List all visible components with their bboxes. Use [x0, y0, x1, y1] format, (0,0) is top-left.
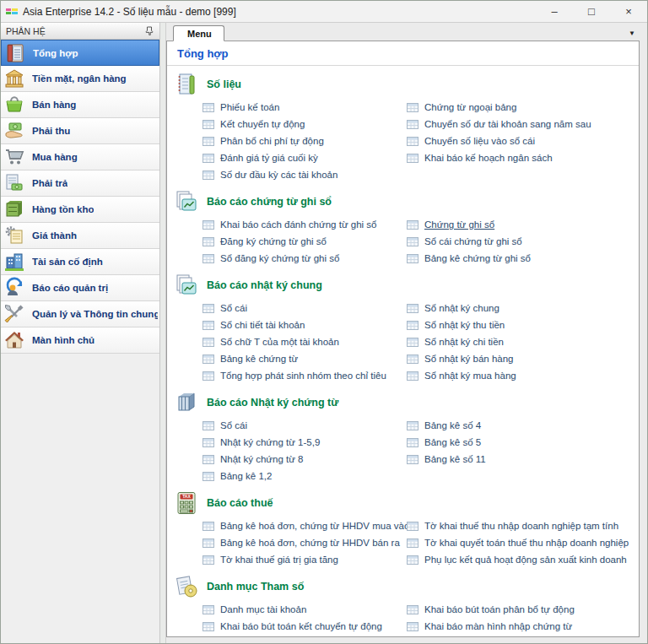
menu-item[interactable]: Bảng kê số 4: [407, 417, 639, 434]
close-icon[interactable]: ×: [610, 1, 647, 22]
menu-item[interactable]: Khai báo cách đánh chứng từ ghi sổ: [202, 216, 407, 233]
grid-icon: [202, 103, 214, 112]
sidebar-item-7[interactable]: Hàng tồn kho: [1, 197, 159, 223]
menu-item[interactable]: Số dư đầu kỳ các tài khoản: [202, 166, 407, 183]
sidebar-item-list: Tổng hợpTiền mặt, ngân hàngBán hàngPhải …: [1, 40, 159, 354]
menu-item[interactable]: Bảng kê chứng từ: [202, 350, 407, 367]
section-columns: Sổ cáiSổ chi tiết tài khoảnSổ chữ T của …: [167, 300, 639, 384]
sidebar-item-5[interactable]: Mua hàng: [1, 144, 159, 170]
menu-item[interactable]: Sổ nhật ký chung: [407, 300, 639, 317]
menu-item[interactable]: Khai báo bút toán phân bổ tự động: [407, 601, 639, 618]
menu-item[interactable]: Bảng kê số 11: [407, 451, 639, 468]
menu-item[interactable]: Sổ cái: [202, 417, 407, 434]
section-header: TAXBáo cáo thuế: [167, 490, 639, 516]
grid-icon: [202, 421, 214, 430]
menu-item[interactable]: Phiếu kế toán: [202, 99, 407, 116]
menu-item-label: Phụ lục kết quả hoạt động sản xuất kinh …: [424, 555, 627, 565]
menu-item[interactable]: Đánh giá tỷ giá cuối kỳ: [202, 149, 407, 166]
menu-item[interactable]: Kết chuyển tự động: [202, 116, 407, 133]
grid-icon: [202, 455, 214, 464]
menu-item[interactable]: Nhật ký chứng từ 8: [202, 451, 407, 468]
menu-item-label: Sổ nhật ký chi tiền: [424, 337, 504, 347]
menu-section-4: Báo cáo Nhật ký chứng từSổ cáiNhật ký ch…: [167, 389, 639, 484]
section-column-right: Tờ khai thuế thu nhập doanh nghiệp tạm t…: [407, 517, 639, 568]
sidebar-item-8[interactable]: Giá thành: [1, 223, 159, 249]
menu-item[interactable]: Sổ cái: [202, 300, 407, 317]
pin-icon[interactable]: [145, 26, 154, 35]
minimize-icon[interactable]: –: [536, 1, 573, 22]
menu-item[interactable]: Chuyển số dư tài khoản sang năm sau: [407, 116, 639, 133]
menu-item-label: Sổ đăng ký chứng từ ghi sổ: [220, 253, 339, 263]
grid-icon: [407, 455, 418, 464]
sidebar-item-1[interactable]: Tổng hợp: [1, 40, 159, 66]
menu-item[interactable]: Khai báo bút toán kết chuyển tự động: [202, 618, 407, 635]
menu-item[interactable]: Bảng kê chứng từ ghi sổ: [407, 250, 639, 267]
notebook-icon: [174, 72, 199, 97]
section-columns: Khai báo cách đánh chứng từ ghi sổĐăng k…: [167, 216, 639, 267]
chevron-down-icon[interactable]: ▼: [629, 30, 640, 41]
section-title: Báo cáo nhật ký chung: [207, 279, 322, 291]
window-title: Asia Enterprise 14.2 - Số liệu mẫu - dem…: [23, 6, 236, 18]
menu-item[interactable]: Khai báo kế hoạch ngân sách: [407, 149, 639, 166]
menu-item[interactable]: Sổ chi tiết tài khoản: [202, 317, 407, 333]
menu-item[interactable]: Sổ nhật ký mua hàng: [407, 367, 639, 384]
menu-item-label: Sổ cái: [220, 420, 247, 430]
grid-icon: [202, 237, 214, 246]
menu-item-label: Bảng kê số 5: [424, 437, 481, 447]
menu-item[interactable]: Khai báo màn hình nhập chứng từ: [407, 618, 639, 635]
menu-item[interactable]: Bảng kê số 5: [407, 434, 639, 451]
menu-item[interactable]: Chuyển số liệu vào sổ cái: [407, 133, 639, 149]
sidebar-item-6[interactable]: Phải trả: [1, 170, 159, 197]
sidebar-item-label: Báo cáo quản trị: [32, 283, 108, 293]
maximize-icon[interactable]: □: [573, 1, 610, 22]
menu-item[interactable]: Phân bổ chi phí tự động: [202, 133, 407, 149]
app-logo-icon: [5, 5, 19, 19]
grid-icon: [202, 622, 214, 631]
menu-item-label: Nhật ký chứng từ 1-5,9: [220, 437, 320, 447]
section-column-left: Sổ cáiNhật ký chứng từ 1-5,9Nhật ký chứn…: [202, 417, 407, 484]
menu-section-6: Danh mục Tham sốDanh mục tài khoảnKhai b…: [167, 573, 639, 637]
grid-icon: [407, 338, 418, 347]
sidebar-item-9[interactable]: Tài sản cố định: [1, 249, 159, 275]
menu-item[interactable]: Sổ đăng ký chứng từ ghi sổ: [202, 250, 407, 267]
menu-item[interactable]: Sổ nhật ký bán hàng: [407, 350, 639, 367]
menu-item[interactable]: Tờ khai thuế thu nhập doanh nghiệp tạm t…: [407, 517, 639, 534]
grid-icon: [407, 304, 418, 313]
menu-item-label: Sổ chi tiết tài khoản: [220, 320, 305, 330]
menu-item[interactable]: Bảng kê 1,2: [202, 468, 407, 484]
menu-item-label: Sổ nhật ký thu tiền: [424, 320, 505, 330]
sidebar-item-12[interactable]: Màn hình chủ: [1, 327, 159, 354]
menu-item[interactable]: Sổ cái chứng từ ghi sổ: [407, 233, 639, 250]
menu-item[interactable]: Nhật ký chứng từ 1-5,9: [202, 434, 407, 451]
tab-menu[interactable]: Menu: [173, 25, 224, 41]
menu-item[interactable]: Bảng kê hoá đơn, chứng từ HHDV bán ra: [202, 534, 407, 551]
menu-item[interactable]: Tờ khai quyết toán thuế thu nhập doanh n…: [407, 534, 639, 551]
menu-item[interactable]: Tờ khai thuế giá trị gia tăng: [202, 551, 407, 568]
menu-item[interactable]: Chứng từ ngoại bảng: [407, 99, 639, 116]
tax-calculator-icon: TAX: [174, 490, 199, 516]
menu-item-label: Bảng kê số 11: [424, 454, 486, 464]
sidebar-item-11[interactable]: Quản lý và Thông tin chung: [1, 301, 159, 327]
menu-item[interactable]: Bảng kê hoá đơn, chứng từ HHDV mua vào: [202, 517, 407, 534]
section-columns: Phiếu kế toánKết chuyển tự độngPhân bổ c…: [167, 99, 639, 183]
menu-item[interactable]: Sổ nhật ký thu tiền: [407, 317, 639, 333]
sidebar-item-3[interactable]: Bán hàng: [1, 92, 159, 118]
menu-item[interactable]: Sổ nhật ký chi tiền: [407, 333, 639, 350]
menu-item[interactable]: Tổng hợp phát sinh nhóm theo chỉ tiêu: [202, 367, 407, 384]
menu-item[interactable]: Khai báo bút toán đánh giá tỷ giá: [202, 635, 407, 637]
sidebar-splitter[interactable]: [160, 22, 166, 643]
sidebar-item-4[interactable]: Phải thu: [1, 118, 159, 144]
fixed-assets-icon: [3, 251, 25, 273]
menu-item[interactable]: Chứng từ ghi sổ: [407, 216, 639, 233]
menu-item[interactable]: Danh mục tài khoản: [202, 601, 407, 618]
sidebar-item-2[interactable]: Tiền mặt, ngân hàng: [1, 66, 159, 92]
app-window: Asia Enterprise 14.2 - Số liệu mẫu - dem…: [0, 0, 648, 644]
tab-bar: Menu ▼: [166, 23, 640, 41]
section-header: Báo cáo nhật ký chung: [167, 272, 639, 298]
menu-item[interactable]: Đăng ký chứng từ ghi sổ: [202, 233, 407, 250]
sidebar-item-10[interactable]: Báo cáo quản trị: [1, 275, 159, 301]
menu-item[interactable]: Phụ lục kết quả hoạt động sản xuất kinh …: [407, 551, 639, 568]
menu-item[interactable]: Sổ chữ T của một tài khoản: [202, 333, 407, 350]
menu-item-label: Chuyển số liệu vào sổ cái: [424, 136, 535, 146]
grid-icon: [202, 522, 214, 531]
